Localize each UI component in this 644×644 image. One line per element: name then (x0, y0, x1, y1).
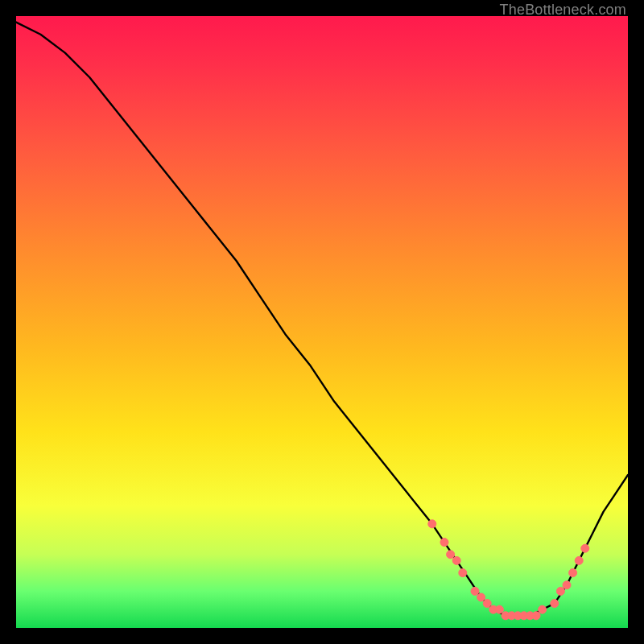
curve-layer (16, 16, 628, 628)
curve-marker (563, 581, 571, 589)
curve-marker (575, 556, 583, 564)
curve-marker (471, 587, 479, 595)
curve-marker (428, 520, 436, 528)
chart-container: TheBottleneck.com (0, 0, 644, 644)
curve-marker (569, 569, 577, 577)
curve-marker (440, 539, 448, 547)
curve-marker (551, 600, 559, 608)
curve-marker (539, 605, 547, 613)
curve-marker (495, 605, 503, 613)
curve-marker (483, 600, 491, 608)
curve-markers (428, 520, 589, 620)
curve-marker (447, 551, 455, 559)
curve-marker (556, 587, 564, 595)
curve-marker (477, 593, 485, 601)
bottleneck-curve (16, 23, 628, 616)
curve-marker (459, 569, 467, 577)
plot-area (16, 16, 628, 628)
curve-marker (532, 612, 540, 620)
curve-marker (581, 544, 589, 552)
curve-marker (452, 556, 460, 564)
attribution-label: TheBottleneck.com (500, 2, 626, 19)
